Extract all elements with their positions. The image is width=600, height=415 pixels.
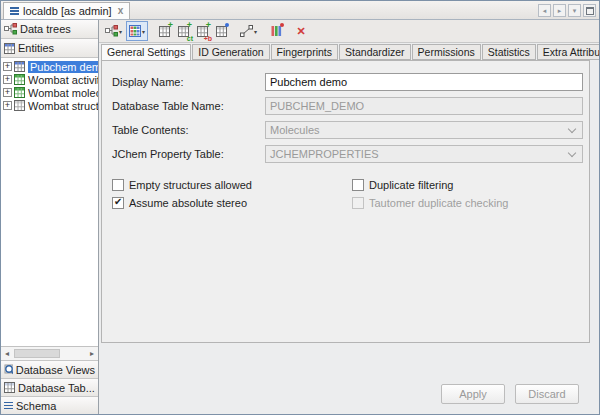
- checkbox-checked-icon[interactable]: [112, 197, 124, 209]
- columns-icon: [271, 25, 282, 37]
- expand-icon[interactable]: +: [3, 75, 12, 84]
- plus-icon: +: [168, 21, 173, 30]
- schema-icon: [10, 7, 19, 15]
- checkbox-icon: [352, 197, 364, 209]
- data-tree-menu-button[interactable]: ▾: [102, 21, 125, 41]
- expand-icon[interactable]: +: [3, 88, 12, 97]
- checkbox-label: Empty structures allowed: [129, 179, 252, 191]
- sidebar-item-database-views[interactable]: Database Views: [1, 360, 98, 378]
- entity-table-icon: [14, 74, 25, 85]
- options-column-right: Duplicate filtering Tautomer duplicate c…: [352, 178, 508, 210]
- display-name-field[interactable]: [265, 73, 583, 91]
- tree-item-pubchem-demo[interactable]: + Pubchem demo: [1, 60, 98, 73]
- tab-fingerprints[interactable]: Fingerprints: [271, 44, 338, 60]
- scroll-left-icon[interactable]: ◂: [1, 348, 13, 359]
- manage-columns-button[interactable]: [267, 21, 285, 41]
- scroll-left-button[interactable]: ◂: [538, 4, 551, 17]
- database-views-icon: [4, 364, 13, 376]
- field-label: JChem Property Table:: [112, 148, 265, 160]
- data-tree-icon: [4, 23, 17, 35]
- chevron-down-icon: ▾: [119, 28, 122, 35]
- sidebar-item-label: Schema: [16, 400, 56, 412]
- section-label: Data trees: [20, 23, 71, 35]
- chevron-down-icon: ▾: [254, 28, 257, 35]
- field-label: Table Contents:: [112, 124, 265, 136]
- tree-item-wombat-activities[interactable]: + Wombat activities: [1, 73, 98, 86]
- expand-icon[interactable]: +: [3, 101, 12, 110]
- tab-scroll-controls: ◂ ▸ ▾: [538, 4, 599, 19]
- section-header-data-trees[interactable]: Data trees: [1, 20, 98, 39]
- checkbox-icon[interactable]: [112, 179, 124, 191]
- document-tab-localdb[interactable]: localdb [as admin] x: [3, 2, 130, 19]
- tab-extra-attributes[interactable]: Extra Attributes: [537, 44, 599, 60]
- chevron-down-icon: ▾: [142, 28, 145, 35]
- checkbox-assume-absolute-stereo[interactable]: Assume absolute stereo: [112, 196, 352, 210]
- new-entity-ct-button[interactable]: + ct: [174, 21, 192, 41]
- section-header-entities[interactable]: Entities: [1, 39, 98, 58]
- scrollbar-thumb[interactable]: [14, 349, 60, 358]
- chevron-down-icon: [568, 148, 576, 156]
- plus-icon: +: [206, 21, 211, 30]
- form-row-jchem-property-table: JChem Property Table: JCHEMPROPERTIES: [112, 145, 583, 163]
- sb-badge: +b: [204, 35, 212, 42]
- tree-item-label: Wombat molecules: [28, 87, 98, 99]
- form-row-display-name: Display Name:: [112, 73, 583, 91]
- sidebar-item-schema[interactable]: Schema: [1, 396, 98, 414]
- discard-button[interactable]: Discard: [515, 384, 579, 404]
- action-bar: Apply Discard: [99, 343, 599, 414]
- checkbox-empty-structures-allowed[interactable]: Empty structures allowed: [112, 178, 352, 192]
- sidebar: Data trees Entities +: [1, 20, 99, 414]
- blue-dot-icon: [225, 23, 229, 27]
- field-label: Display Name:: [112, 76, 265, 88]
- database-tables-icon: [4, 382, 15, 393]
- tab-general-settings[interactable]: General Settings: [101, 44, 191, 60]
- maximize-button[interactable]: [583, 4, 596, 17]
- checkbox-duplicate-filtering[interactable]: Duplicate filtering: [352, 178, 508, 192]
- sidebar-item-label: Database Views: [16, 364, 95, 376]
- field-label: Database Table Name:: [112, 100, 265, 112]
- tree-item-label: Pubchem demo: [28, 61, 98, 73]
- app-window: localdb [as admin] x ◂ ▸ ▾ Data trees: [0, 0, 600, 415]
- checkbox-icon[interactable]: [352, 179, 364, 191]
- tree-item-label: Wombat structures: [28, 100, 98, 112]
- tab-id-generation[interactable]: ID Generation: [192, 44, 269, 60]
- red-dot-icon: [280, 23, 284, 27]
- promote-entity-button[interactable]: [212, 21, 230, 41]
- new-relationship-button[interactable]: ▾: [237, 21, 260, 41]
- selected-value: Molecules: [270, 124, 320, 136]
- entity-table-icon: [14, 61, 25, 72]
- data-tree-icon: [105, 25, 118, 37]
- tab-statistics[interactable]: Statistics: [482, 44, 536, 60]
- tree-item-wombat-structures[interactable]: + Wombat structures: [1, 99, 98, 112]
- plus-icon: +: [187, 21, 192, 30]
- jchem-property-table-select: JCHEMPROPERTIES: [265, 145, 583, 163]
- grid-view-menu-button[interactable]: ▾: [126, 21, 148, 41]
- scroll-right-button[interactable]: ▸: [553, 4, 566, 17]
- close-icon[interactable]: x: [118, 6, 124, 16]
- entity-table-icon: [14, 87, 25, 98]
- scroll-right-icon[interactable]: ▸: [86, 348, 98, 359]
- horizontal-scrollbar[interactable]: ◂ ▸: [1, 346, 98, 360]
- options-column-left: Empty structures allowed Assume absolute…: [112, 178, 352, 210]
- expand-icon[interactable]: +: [3, 62, 12, 71]
- schema-icon: [4, 402, 13, 410]
- main-split: Data trees Entities +: [1, 20, 599, 414]
- tree-item-wombat-molecules[interactable]: + Wombat molecules: [1, 86, 98, 99]
- new-entity-sb-button[interactable]: + +b: [193, 21, 211, 41]
- maximize-icon: [586, 7, 594, 15]
- form-row-table-contents: Table Contents: Molecules: [112, 121, 583, 139]
- tab-permissions[interactable]: Permissions: [412, 44, 481, 60]
- new-data-tree-button[interactable]: +: [155, 21, 173, 41]
- general-settings-panel: Display Name: Database Table Name: Table…: [101, 60, 590, 343]
- tab-list-dropdown-button[interactable]: ▾: [568, 4, 581, 17]
- entities-tree: + Pubchem demo + Wombat activi: [1, 58, 98, 346]
- tree-item-label: Wombat activities: [28, 74, 98, 86]
- apply-button[interactable]: Apply: [441, 384, 505, 404]
- sidebar-item-database-tables[interactable]: Database Tab...: [1, 378, 98, 396]
- tab-standardizer[interactable]: Standardizer: [339, 44, 411, 60]
- sidebar-item-label: Database Tab...: [18, 382, 95, 394]
- delete-button[interactable]: ✕: [292, 21, 310, 41]
- entities-grid-icon: [4, 43, 15, 54]
- table-contents-select: Molecules: [265, 121, 583, 139]
- toolbar: ▾ ▾: [99, 20, 599, 43]
